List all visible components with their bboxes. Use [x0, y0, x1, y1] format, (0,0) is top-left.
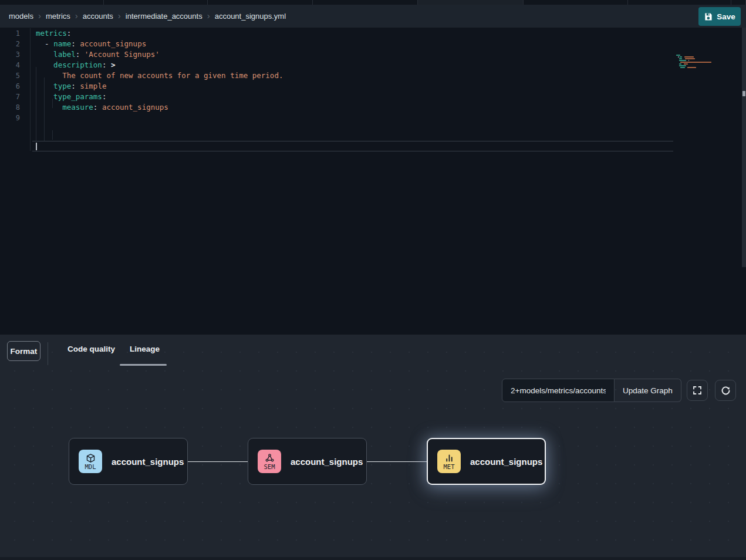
update-graph-button[interactable]: Update Graph — [615, 379, 681, 402]
code-token: The count of new accounts for a given ti… — [62, 71, 283, 80]
chevron-right-icon: › — [38, 11, 41, 20]
node-badge-label: MDL — [85, 464, 96, 470]
breadcrumb-bar: models›metrics›accounts›intermediate_acc… — [0, 5, 746, 28]
code-token: account_signups — [80, 39, 146, 48]
tab-code-quality[interactable]: Code quality — [67, 345, 115, 353]
code-token: type — [53, 82, 71, 90]
node-badge: SEM — [258, 450, 281, 473]
breadcrumb-item[interactable]: models — [9, 12, 33, 21]
minimap-line — [676, 67, 713, 68]
code-line: description: > — [36, 60, 283, 70]
line-number: 4 — [0, 60, 21, 70]
editor-tab[interactable] — [0, 0, 104, 5]
breadcrumb-item[interactable]: accounts — [83, 12, 113, 21]
code-token — [36, 60, 53, 69]
minimap-line — [676, 55, 713, 56]
code-token: simple — [80, 82, 106, 90]
breadcrumb-item[interactable]: intermediate_accounts — [126, 12, 202, 21]
line-number: 8 — [0, 102, 21, 113]
code-token — [36, 103, 62, 112]
code-line: The count of new accounts for a given ti… — [36, 70, 283, 81]
line-number: 5 — [0, 70, 21, 81]
active-tab-underline — [120, 364, 167, 366]
breadcrumb: models›metrics›accounts›intermediate_acc… — [9, 12, 286, 21]
node-label: account_signups — [112, 457, 184, 467]
editor-scrollbar[interactable] — [742, 28, 746, 267]
editor-tab[interactable] — [628, 0, 731, 5]
code-line — [36, 113, 283, 123]
node-badge: MET — [437, 450, 461, 473]
semantic-graph-icon — [265, 453, 275, 463]
code-token: measure — [62, 103, 93, 112]
lineage-node-met[interactable]: METaccount_signups — [427, 438, 546, 485]
editor-tab[interactable] — [731, 0, 746, 5]
node-badge: MDL — [79, 450, 102, 473]
minimap-line — [676, 65, 713, 66]
editor-tab[interactable] — [208, 0, 313, 5]
code-token — [36, 92, 53, 101]
minimap-line — [676, 62, 713, 63]
save-button[interactable]: Save — [698, 7, 741, 26]
code-token: 'Account Signups' — [85, 50, 160, 59]
chevron-right-icon: › — [118, 11, 121, 20]
code-token — [36, 39, 45, 48]
code-line: type: simple — [36, 81, 283, 92]
editor-scrollbar-thumb[interactable] — [742, 91, 745, 96]
code-token: account_signups — [102, 103, 168, 112]
active-line-highlight — [32, 141, 673, 151]
code-editor[interactable]: 123456789 metrics: - name: account_signu… — [0, 28, 746, 335]
text-cursor — [36, 143, 37, 150]
minimap-line — [676, 69, 713, 70]
breadcrumb-item[interactable]: metrics — [46, 12, 70, 21]
editor-tab[interactable] — [524, 0, 628, 5]
code-line: label: 'Account Signups' — [36, 49, 283, 60]
save-floppy-icon — [704, 12, 713, 21]
node-badge-label: SEM — [264, 464, 275, 470]
code-token: name — [53, 39, 71, 48]
editor-tab[interactable] — [104, 0, 208, 5]
line-number-gutter: 123456789 — [0, 28, 21, 123]
format-button[interactable]: Format — [7, 341, 40, 361]
code-token: label — [53, 50, 76, 59]
lineage-node-sem[interactable]: SEMaccount_signups — [248, 438, 367, 485]
line-number: 3 — [0, 49, 21, 60]
code-token: : — [71, 39, 80, 48]
code-token — [36, 71, 62, 80]
code-token: description — [53, 60, 102, 69]
breadcrumb-item[interactable]: account_signups.yml — [215, 12, 286, 21]
fullscreen-button[interactable] — [687, 380, 708, 401]
code-token: metrics — [36, 29, 67, 38]
chevron-right-icon: › — [75, 11, 78, 20]
refresh-button[interactable] — [715, 380, 736, 401]
code-token: : — [76, 50, 85, 59]
code-token: : — [102, 60, 111, 69]
bottom-edge-strip — [0, 557, 746, 560]
tab-lineage[interactable]: Lineage — [130, 345, 160, 353]
lineage-edge — [188, 461, 248, 462]
minimap-line — [676, 58, 713, 59]
editor-tab[interactable] — [313, 0, 418, 5]
refresh-icon — [721, 386, 731, 396]
minimap-line — [676, 63, 713, 65]
code-token — [36, 50, 53, 59]
code-token: : — [67, 29, 72, 38]
indent-guide — [52, 130, 53, 140]
lineage-selector-input[interactable] — [502, 379, 615, 402]
lineage-node-mdl[interactable]: MDLaccount_signups — [69, 438, 188, 485]
editor-tab[interactable] — [418, 0, 524, 5]
gutter-divider — [30, 28, 31, 151]
code-line: type_params: — [36, 92, 283, 102]
editor-tab-strip — [0, 0, 746, 5]
line-number: 7 — [0, 92, 21, 102]
ide-window: models›metrics›accounts›intermediate_acc… — [0, 0, 746, 560]
code-token: : — [71, 82, 80, 90]
code-token: - — [45, 39, 53, 48]
line-number: 2 — [0, 39, 21, 49]
metric-chart-icon — [444, 453, 454, 463]
line-number: 6 — [0, 81, 21, 92]
code-lines: metrics: - name: account_signups label: … — [36, 28, 283, 123]
minimap[interactable] — [676, 55, 713, 70]
minimap-line — [676, 60, 713, 61]
code-token — [36, 82, 53, 90]
node-label: account_signups — [470, 457, 542, 467]
